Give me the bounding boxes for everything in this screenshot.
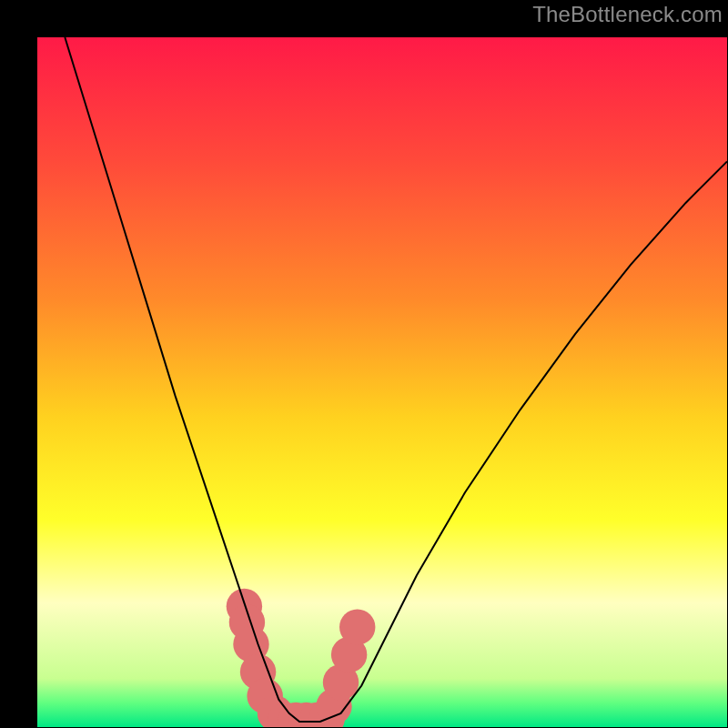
chart-frame — [18, 18, 710, 710]
bottleneck-chart — [37, 37, 727, 727]
data-marker — [339, 609, 375, 644]
watermark-text: TheBottleneck.com — [532, 2, 723, 27]
chart-background — [37, 37, 727, 727]
